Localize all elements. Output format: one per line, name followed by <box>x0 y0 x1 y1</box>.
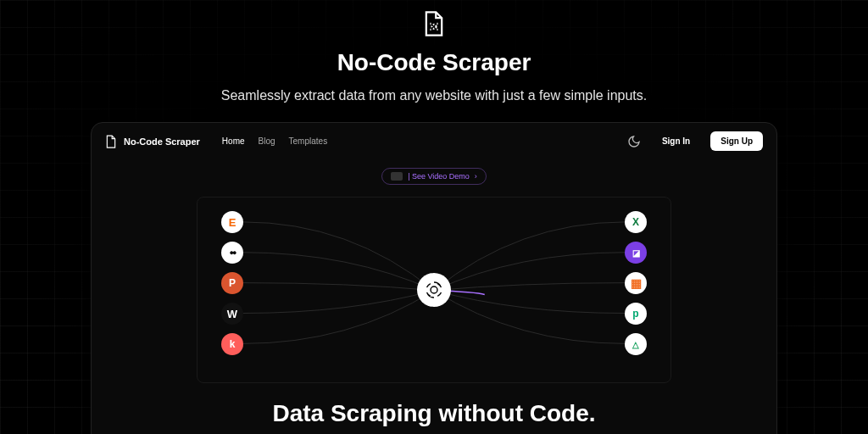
video-demo-pill[interactable]: | See Video Demo › <box>381 168 487 185</box>
svg-point-1 <box>431 287 437 293</box>
integration-diagram: E ●● P W k X ◪ ▦ p △ <box>197 197 671 383</box>
node-producthunt: P <box>221 272 243 294</box>
theme-toggle-icon[interactable] <box>626 134 642 149</box>
openai-icon <box>424 280 444 300</box>
node-kofi: k <box>221 333 243 355</box>
video-demo-label: | See Video Demo <box>408 172 470 181</box>
video-thumb-icon <box>391 172 403 181</box>
node-excel: X <box>625 211 647 233</box>
nav-link-templates[interactable]: Templates <box>289 136 328 146</box>
node-sheets: ▦ <box>625 272 647 294</box>
nav-brand-label: No-Code Scraper <box>124 136 200 147</box>
node-wordpress: W <box>221 303 243 325</box>
node-openai <box>417 273 451 307</box>
node-drive: △ <box>625 333 647 355</box>
node-etsy: E <box>221 211 243 233</box>
nav-link-home[interactable]: Home <box>222 136 245 146</box>
app-preview-frame: No-Code Scraper Home Blog Templates Sign… <box>91 122 777 434</box>
nav-brand-icon <box>105 135 117 148</box>
page-subtitle: Seamlessly extract data from any website… <box>221 88 647 103</box>
svg-point-0 <box>431 25 436 29</box>
node-intercom: ◪ <box>625 242 647 264</box>
nav-brand[interactable]: No-Code Scraper <box>105 135 200 148</box>
nav-link-blog[interactable]: Blog <box>259 136 275 146</box>
signup-button[interactable]: Sign Up <box>710 131 763 151</box>
nav-links: Home Blog Templates <box>222 136 327 146</box>
signin-button[interactable]: Sign In <box>654 131 698 151</box>
inner-headline: Data Scraping without Code. <box>92 400 776 427</box>
node-medium: ●● <box>221 242 243 264</box>
node-paddle: p <box>625 303 647 325</box>
chevron-right-icon: › <box>475 172 477 181</box>
app-logo-icon <box>422 10 446 37</box>
navbar: No-Code Scraper Home Blog Templates Sign… <box>92 123 776 159</box>
page-title: No-Code Scraper <box>337 49 531 76</box>
